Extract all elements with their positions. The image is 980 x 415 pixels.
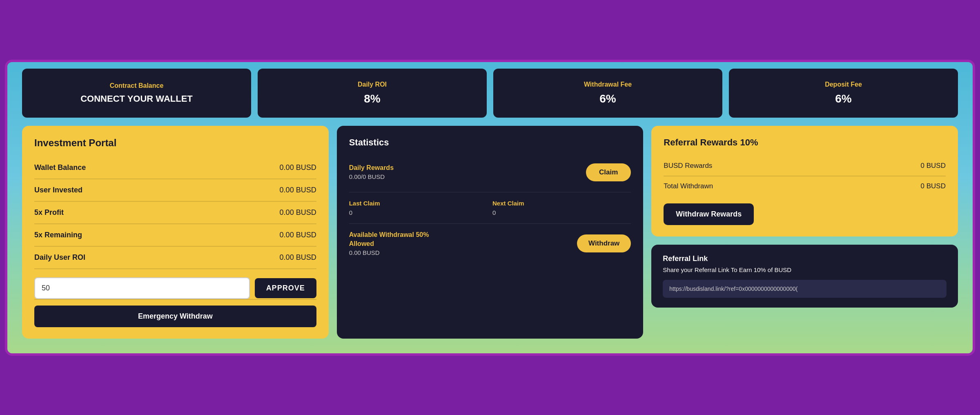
contract-balance-label: Contract Balance (32, 82, 241, 89)
investment-portal-card: Investment Portal Wallet Balance 0.00 BU… (22, 126, 329, 339)
statistics-title: Statistics (349, 137, 631, 148)
next-claim-value: 0 (492, 209, 631, 216)
emergency-withdraw-button[interactable]: Emergency Withdraw (34, 306, 316, 327)
withdrawal-fee-card: Withdrawal Fee 6% (493, 69, 722, 118)
daily-user-roi-label: Daily User ROI (34, 253, 85, 262)
last-claim-label: Last Claim (349, 200, 488, 207)
top-stats-bar: Contract Balance CONNECT YOUR WALLET Dai… (14, 69, 966, 118)
referral-link-card: Referral Link Share your Referral Link T… (651, 245, 958, 308)
total-withdrawn-value: 0 BUSD (921, 182, 946, 190)
referral-link-title: Referral Link (663, 254, 947, 263)
referral-rewards-card: Referral Rewards 10% BUSD Rewards 0 BUSD… (651, 126, 958, 237)
daily-rewards-section: Daily Rewards 0.00/0 BUSD Claim (349, 156, 631, 192)
claim-times-cols: Last Claim 0 Next Claim 0 (349, 200, 631, 216)
main-content: Investment Portal Wallet Balance 0.00 BU… (14, 126, 966, 347)
5x-remaining-label: 5x Remaining (34, 231, 82, 239)
claim-button[interactable]: Claim (586, 163, 631, 181)
next-claim-label: Next Claim (492, 200, 631, 207)
daily-rewards-left: Daily Rewards 0.00/0 BUSD (349, 164, 394, 180)
daily-user-roi-row: Daily User ROI 0.00 BUSD (34, 247, 316, 269)
available-withdrawal-section: Available Withdrawal 50% Allowed 0.00 BU… (349, 224, 631, 263)
deposit-fee-card: Deposit Fee 6% (729, 69, 958, 118)
investment-portal-title: Investment Portal (34, 137, 316, 149)
5x-profit-row: 5x Profit 0.00 BUSD (34, 202, 316, 224)
daily-user-roi-value: 0.00 BUSD (280, 253, 316, 262)
referral-rewards-title: Referral Rewards 10% (664, 137, 946, 148)
referral-link-subtitle: Share your Referral Link To Earn 10% of … (663, 266, 947, 273)
app-container: Contract Balance CONNECT YOUR WALLET Dai… (5, 60, 975, 356)
allowed-label: Allowed (349, 240, 429, 248)
referral-link-input[interactable] (663, 280, 947, 298)
daily-roi-label: Daily ROI (267, 81, 477, 88)
approve-button[interactable]: APPROVE (255, 278, 316, 298)
user-invested-label: User Invested (34, 186, 82, 194)
last-claim-col: Last Claim 0 (349, 200, 488, 216)
daily-rewards-header: Daily Rewards 0.00/0 BUSD Claim (349, 163, 631, 181)
amount-input[interactable] (34, 277, 250, 299)
5x-profit-value: 0.00 BUSD (280, 208, 316, 217)
last-claim-value: 0 (349, 209, 488, 216)
divider (34, 299, 316, 300)
total-withdrawn-label: Total Withdrawn (664, 182, 713, 190)
next-claim-col: Next Claim 0 (492, 200, 631, 216)
busd-rewards-row: BUSD Rewards 0 BUSD (664, 156, 946, 176)
available-withdrawal-left: Available Withdrawal 50% Allowed 0.00 BU… (349, 231, 429, 256)
withdrawal-fee-label: Withdrawal Fee (503, 81, 713, 88)
user-invested-value: 0.00 BUSD (280, 186, 316, 194)
5x-profit-label: 5x Profit (34, 208, 64, 217)
referral-column: Referral Rewards 10% BUSD Rewards 0 BUSD… (651, 126, 958, 339)
available-withdrawal-label: Available Withdrawal 50% (349, 231, 429, 239)
content-wrapper: Contract Balance CONNECT YOUR WALLET Dai… (7, 62, 973, 353)
busd-rewards-value: 0 BUSD (921, 162, 946, 170)
withdraw-rewards-button[interactable]: Withdraw Rewards (664, 203, 754, 225)
busd-rewards-label: BUSD Rewards (664, 162, 712, 170)
wallet-balance-label: Wallet Balance (34, 163, 86, 172)
5x-remaining-value: 0.00 BUSD (280, 231, 316, 239)
daily-roi-card: Daily ROI 8% (258, 69, 487, 118)
daily-rewards-value: 0.00/0 BUSD (349, 173, 394, 180)
available-withdrawal-row: Available Withdrawal 50% Allowed 0.00 BU… (349, 231, 631, 256)
deposit-fee-label: Deposit Fee (739, 81, 948, 88)
daily-rewards-label: Daily Rewards (349, 164, 394, 172)
contract-balance-value: CONNECT YOUR WALLET (32, 94, 241, 104)
contract-balance-card: Contract Balance CONNECT YOUR WALLET (22, 69, 251, 118)
withdraw-button[interactable]: Withdraw (577, 234, 631, 252)
daily-roi-value: 8% (267, 92, 477, 105)
deposit-fee-value: 6% (739, 92, 948, 105)
5x-remaining-row: 5x Remaining 0.00 BUSD (34, 224, 316, 247)
wallet-balance-value: 0.00 BUSD (280, 163, 316, 172)
claim-times-section: Last Claim 0 Next Claim 0 (349, 192, 631, 224)
user-invested-row: User Invested 0.00 BUSD (34, 179, 316, 202)
statistics-card: Statistics Daily Rewards 0.00/0 BUSD Cla… (337, 126, 644, 339)
withdrawal-fee-value: 6% (503, 92, 713, 105)
available-withdrawal-value: 0.00 BUSD (349, 249, 429, 256)
wallet-balance-row: Wallet Balance 0.00 BUSD (34, 157, 316, 179)
input-row: APPROVE (34, 277, 316, 299)
total-withdrawn-row: Total Withdrawn 0 BUSD (664, 176, 946, 196)
